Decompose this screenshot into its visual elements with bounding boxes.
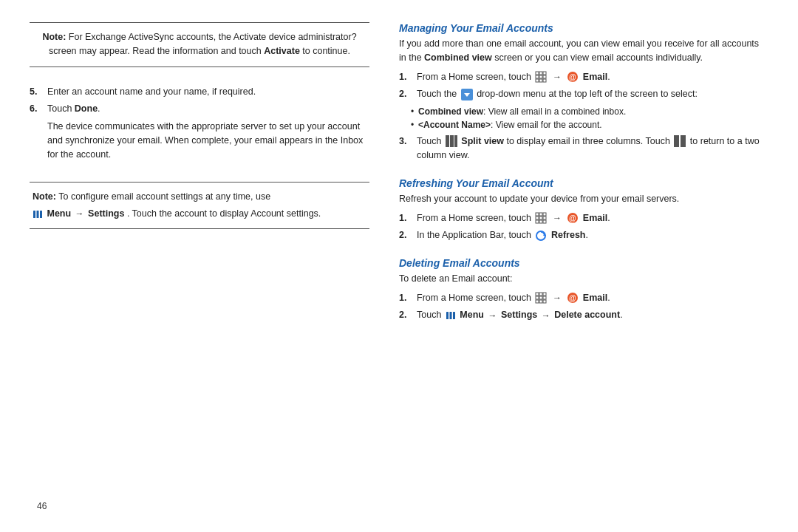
svg-rect-38 [539,296,542,299]
deleting-step-1: 1. From a Home screen, touch [399,291,768,305]
note2-arrow1: → [75,208,84,219]
twoview-icon [674,135,686,147]
section-refreshing: Refreshing Your Email Account Refresh yo… [399,177,768,245]
left-column: Note: For Exchange ActiveSync accounts, … [30,22,369,510]
svg-rect-4 [539,72,542,75]
bullet-account-name: <Account Name>: View email for the accou… [411,118,768,132]
section-refreshing-body: Refresh your account to update your devi… [399,192,768,206]
svg-rect-11 [543,79,546,82]
svg-text:@: @ [569,73,576,81]
svg-rect-5 [543,72,546,75]
svg-rect-29 [543,220,546,223]
managing-step-2: 2. Touch the drop-down menu at the top l… [399,87,768,101]
dropdown-icon [461,89,473,100]
email-icon-2: @ [567,212,579,224]
step-6-num: 6. [30,102,43,116]
section-managing-body: If you add more than one email account, … [399,37,768,66]
note2-bold-label: Note: [33,191,56,202]
svg-rect-35 [539,293,542,296]
managing-step-3-num: 3. [399,134,412,163]
section-deleting-title: Deleting Email Accounts [399,257,768,269]
svg-text:@: @ [569,294,576,302]
bullet-combined-view: Combined view: View all email in a combi… [411,105,768,118]
section-deleting-steps: 1. From a Home screen, touch [399,291,768,323]
svg-rect-16 [446,135,449,147]
refreshing-step-1-num: 1. [399,211,412,225]
steps-block: 5. Enter an account name and your name, … [30,81,369,174]
managing-step-1-num: 1. [399,70,412,84]
svg-rect-19 [674,135,679,147]
email-icon-1: @ [567,71,579,83]
refreshing-step-1-content: From a Home screen, touch → [417,211,768,225]
svg-rect-45 [446,312,449,319]
step-5-num: 5. [30,85,43,99]
managing-step-2-num: 2. [399,87,412,101]
managing-step-1-content: From a Home screen, touch [417,70,768,84]
deleting-arrow-2: → [488,310,497,321]
step-6: 6. Touch Done. [30,102,369,116]
section-managing-title: Managing Your Email Accounts [399,22,768,34]
arrow-1: → [553,72,562,82]
svg-rect-26 [543,216,546,219]
deleting-step-2: 2. Touch Menu → Settings → Delete accoun… [399,308,768,322]
step-6-subtext: The device communicates with the appropr… [47,120,369,163]
svg-rect-39 [543,296,546,299]
svg-rect-24 [536,216,539,219]
deleting-step-2-num: 2. [399,308,412,322]
svg-rect-9 [536,79,539,82]
svg-rect-0 [33,211,35,218]
note1-bold: Note: [42,32,66,42]
svg-rect-42 [543,300,546,303]
note2-text2: . Touch the account to display Account s… [127,208,321,219]
section-deleting-body: To delete an Email account: [399,272,768,286]
svg-rect-34 [536,293,539,296]
section-deleting: Deleting Email Accounts To delete an Ema… [399,257,768,325]
svg-rect-40 [536,300,539,303]
note1-activate: Activate [264,46,300,56]
svg-rect-47 [453,312,455,319]
refreshing-step-1: 1. From a Home screen, touch [399,211,768,225]
grid-icon [535,71,547,83]
deleting-step-1-num: 1. [399,291,412,305]
grid-icon-2 [535,212,547,224]
deleting-step-1-content: From a Home screen, touch → [417,291,768,305]
svg-rect-7 [539,75,542,78]
svg-text:@: @ [569,214,576,222]
refreshing-step-2: 2. In the Application Bar, touch Refresh… [399,228,768,242]
svg-rect-2 [40,211,42,218]
note1-end: to continue. [300,46,350,56]
step-5: 5. Enter an account name and your name, … [30,85,369,99]
svg-rect-28 [539,220,542,223]
note-block-1: Note: For Exchange ActiveSync accounts, … [30,22,369,67]
menu-icon-2 [446,310,456,321]
deleting-arrow-1: → [553,293,562,303]
svg-rect-20 [681,135,686,147]
note2-text1: To configure email account settings at a… [58,191,270,202]
managing-step-3-content: Touch Split view to display email in thr… [417,134,768,163]
section-managing-steps: 1. From a Home screen, touch [399,70,768,163]
section-refreshing-steps: 1. From a Home screen, touch [399,211,768,243]
menu-icon [33,209,43,219]
deleting-step-2-content: Touch Menu → Settings → Delete account. [417,308,768,322]
svg-rect-27 [536,220,539,223]
svg-rect-3 [536,72,539,75]
svg-rect-25 [539,216,542,219]
svg-rect-8 [543,75,546,78]
svg-rect-10 [539,79,542,82]
right-column: Managing Your Email Accounts If you add … [399,22,768,510]
managing-step-1: 1. From a Home screen, touch [399,70,768,84]
refresh-icon [535,230,547,242]
svg-rect-36 [543,293,546,296]
svg-rect-21 [536,213,539,216]
svg-rect-22 [539,213,542,216]
refreshing-arrow-1: → [553,213,562,223]
svg-rect-1 [37,211,39,218]
managing-step-3: 3. Touch Split view to display email in … [399,134,768,163]
svg-rect-6 [536,75,539,78]
section-managing: Managing Your Email Accounts If you add … [399,22,768,166]
splitview-icon [446,135,457,147]
svg-rect-23 [543,213,546,216]
managing-step-2-content: Touch the drop-down menu at the top left… [417,87,768,101]
step-5-content: Enter an account name and your name, if … [47,85,369,99]
note2-menu: Menu [47,208,71,219]
